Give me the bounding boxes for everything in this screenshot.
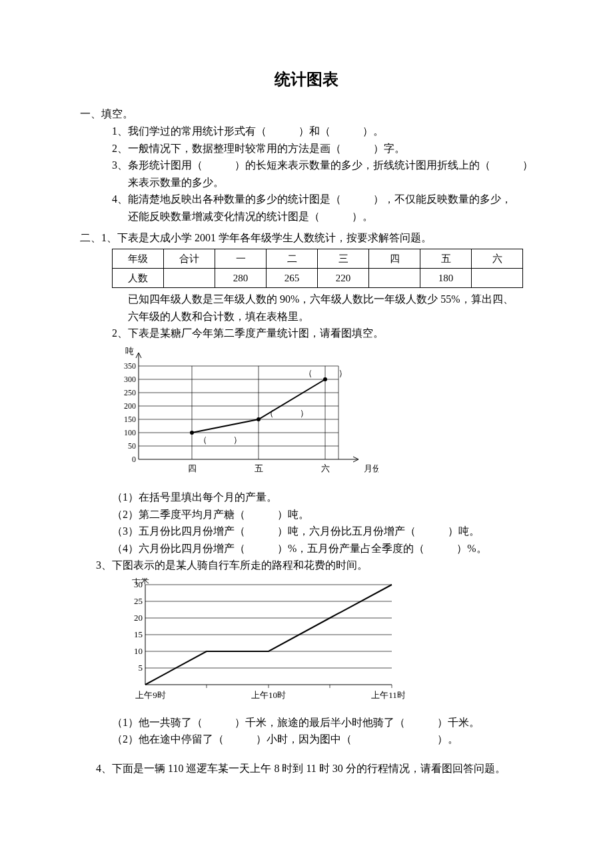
table-note-2: 六年级的人数和合计数，填在表格里。 (80, 308, 533, 325)
q4-intro: 4、下面是一辆 110 巡逻车某一天上午 8 时到 11 时 30 分的行程情况… (96, 760, 533, 777)
td-g6 (472, 269, 523, 288)
q1-3-cont: 来表示数量的多少。 (80, 174, 533, 191)
td-g3: 220 (318, 269, 369, 288)
q3-intro: 3、下图表示的是某人骑自行车所走的路程和花费的时间。 (96, 557, 533, 574)
th-grade: 年级 (113, 249, 164, 269)
table-row: 年级 合计 一 二 三 四 五 六 (113, 249, 523, 269)
page-title: 统计图表 (80, 67, 533, 92)
td-g4 (369, 269, 420, 288)
th-g5: 五 (420, 249, 472, 269)
th-g2: 二 (267, 249, 318, 269)
q2-1: （1）在括号里填出每个月的产量。 (80, 489, 533, 506)
xtick: 五 (255, 463, 263, 473)
x-axis-label: 月份 (364, 463, 378, 473)
xtick: 上午9时 (135, 690, 166, 700)
svg-point-14 (257, 417, 261, 421)
td-g2: 265 (267, 269, 318, 288)
ytick: 0 (132, 455, 136, 464)
blank-label: （ ） (265, 408, 308, 418)
q1-1: 1、我们学过的常用统计形式有（ ）和（ ）。 (80, 123, 533, 140)
ytick: 25 (134, 596, 143, 606)
ytick: 250 (124, 388, 136, 397)
td-g1: 280 (215, 269, 267, 288)
xtick: 四 (188, 463, 197, 473)
q1-3: 3、条形统计图用（ ）的长短来表示数量的多少，折线统计图用折线上的（ ） (80, 157, 533, 174)
chart-sugar: 0 50 100 150 200 250 300 350 四 五 六 吨 月份 … (112, 346, 533, 486)
table-note-1: 已知四年级人数是三年级人数的 90%，六年级人数比一年级人数少 55%，算出四、 (80, 291, 533, 308)
th-total: 合计 (164, 249, 215, 269)
q1-4-cont: 还能反映数量增减变化情况的统计图是（ ）。 (80, 208, 533, 225)
th-g6: 六 (472, 249, 523, 269)
q2-intro: 2、下表是某糖厂今年第二季度产量统计图，请看图填空。 (80, 325, 533, 342)
chart-bike: 5 10 15 20 25 30 上午9时 上午10时 上午11时 千米 (112, 578, 533, 711)
q2-3: （3）五月份比四月份增产（ ）吨，六月份比五月份增产（ ）吨。 (80, 523, 533, 540)
blank-label: （ ） (304, 368, 347, 378)
ytick: 50 (128, 441, 136, 451)
td-total (164, 269, 215, 288)
ytick: 10 (134, 646, 143, 656)
td-g5: 180 (420, 269, 472, 288)
section-2-heading: 二、1、下表是大成小学 2001 学年各年级学生人数统计，按要求解答问题。 (80, 229, 533, 247)
q2-2: （2）第二季度平均月产糖（ ）吨。 (80, 506, 533, 523)
ytick: 20 (134, 613, 143, 623)
svg-point-13 (190, 431, 194, 435)
section-1-heading: 一、填空。 (80, 105, 533, 123)
ytick: 5 (139, 663, 143, 673)
ytick: 200 (124, 401, 136, 411)
ytick: 15 (134, 629, 143, 639)
th-g4: 四 (369, 249, 420, 269)
grade-table: 年级 合计 一 二 三 四 五 六 人数 280 265 220 180 (112, 249, 523, 288)
ytick: 150 (124, 415, 136, 424)
y-axis-label: 吨 (125, 346, 134, 356)
q1-4: 4、能清楚地反映出各种数量的多少的统计图是（ ），不仅能反映数量的多少， (80, 191, 533, 208)
ytick: 100 (124, 428, 136, 437)
td-label: 人数 (113, 269, 164, 288)
q1-2: 2、一般情况下，数据整理时较常用的方法是画（ ）字。 (80, 140, 533, 157)
xtick: 上午11时 (371, 690, 405, 700)
xtick: 六 (321, 463, 330, 473)
q3-2: （2）他在途中停留了（ ）小时，因为图中（ ）。 (80, 731, 533, 748)
th-g3: 三 (318, 249, 369, 269)
table-row: 人数 280 265 220 180 (113, 269, 523, 288)
q3-1: （1）他一共骑了（ ）千米，旅途的最后半小时他骑了（ ）千米。 (80, 714, 533, 731)
q2-4: （4）六月份比四月份增产（ ）%，五月份产量占全季度的（ ）%。 (80, 540, 533, 557)
y-axis-label: 千米 (132, 578, 149, 585)
ytick: 350 (124, 361, 136, 371)
th-g1: 一 (215, 249, 267, 269)
ytick: 300 (124, 375, 136, 384)
blank-label: （ ） (199, 435, 242, 445)
xtick: 上午10时 (251, 690, 286, 700)
